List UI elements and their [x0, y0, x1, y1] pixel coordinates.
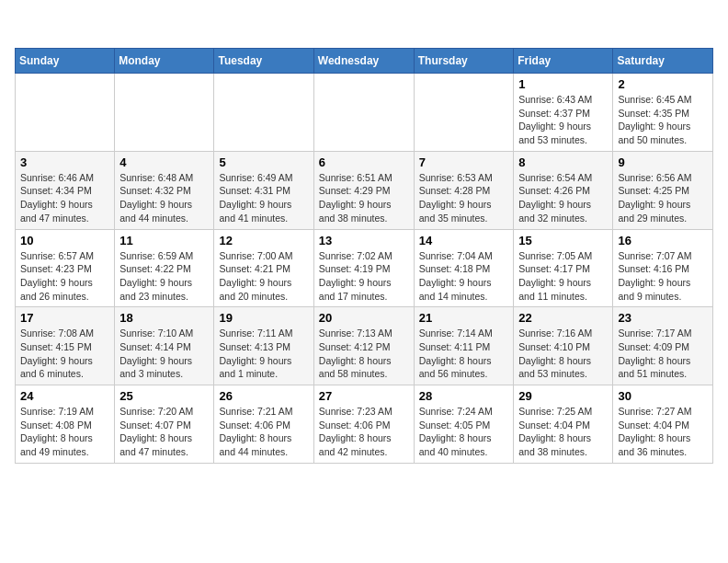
day-info: Sunrise: 6:59 AM Sunset: 4:22 PM Dayligh… [119, 249, 209, 304]
day-number: 3 [20, 155, 109, 169]
calendar-week-row: 17Sunrise: 7:08 AM Sunset: 4:15 PM Dayli… [16, 307, 713, 385]
calendar-cell: 5Sunrise: 6:49 AM Sunset: 4:31 PM Daylig… [214, 151, 313, 229]
calendar-cell: 26Sunrise: 7:21 AM Sunset: 4:06 PM Dayli… [214, 385, 313, 464]
calendar-cell: 28Sunrise: 7:24 AM Sunset: 4:05 PM Dayli… [414, 385, 514, 464]
calendar-cell: 7Sunrise: 6:53 AM Sunset: 4:28 PM Daylig… [414, 151, 514, 229]
logo-icon [15, 15, 40, 40]
day-info: Sunrise: 7:17 AM Sunset: 4:09 PM Dayligh… [618, 327, 708, 381]
calendar-cell: 20Sunrise: 7:13 AM Sunset: 4:12 PM Dayli… [313, 307, 414, 385]
calendar-cell [115, 74, 214, 152]
day-info: Sunrise: 7:04 AM Sunset: 4:18 PM Dayligh… [419, 249, 509, 304]
day-number: 12 [219, 234, 308, 247]
calendar-cell: 18Sunrise: 7:10 AM Sunset: 4:14 PM Dayli… [115, 307, 214, 385]
day-number: 4 [119, 155, 209, 169]
weekday-header: Tuesday [214, 49, 313, 74]
day-number: 13 [319, 234, 409, 247]
day-number: 28 [419, 389, 509, 403]
day-number: 20 [319, 311, 409, 325]
calendar-cell: 13Sunrise: 7:02 AM Sunset: 4:19 PM Dayli… [313, 229, 414, 307]
day-number: 25 [119, 389, 209, 403]
day-number: 17 [20, 311, 109, 325]
day-number: 22 [518, 311, 608, 325]
day-number: 18 [119, 311, 209, 325]
day-number: 26 [219, 389, 308, 403]
day-info: Sunrise: 7:13 AM Sunset: 4:12 PM Dayligh… [319, 327, 409, 381]
calendar-cell: 3Sunrise: 6:46 AM Sunset: 4:34 PM Daylig… [16, 151, 115, 229]
day-info: Sunrise: 7:25 AM Sunset: 4:04 PM Dayligh… [518, 405, 608, 459]
day-number: 10 [20, 234, 109, 247]
weekday-header: Friday [514, 49, 613, 74]
calendar-cell [214, 74, 313, 152]
day-info: Sunrise: 6:48 AM Sunset: 4:32 PM Dayligh… [119, 171, 209, 225]
calendar-cell: 10Sunrise: 6:57 AM Sunset: 4:23 PM Dayli… [16, 229, 115, 307]
day-info: Sunrise: 6:49 AM Sunset: 4:31 PM Dayligh… [219, 171, 308, 225]
day-info: Sunrise: 7:20 AM Sunset: 4:07 PM Dayligh… [119, 405, 209, 459]
calendar-cell: 27Sunrise: 7:23 AM Sunset: 4:06 PM Dayli… [313, 385, 414, 464]
weekday-header: Saturday [613, 49, 713, 74]
day-info: Sunrise: 7:10 AM Sunset: 4:14 PM Dayligh… [119, 327, 209, 381]
calendar-week-row: 3Sunrise: 6:46 AM Sunset: 4:34 PM Daylig… [16, 151, 713, 229]
day-number: 6 [319, 155, 409, 169]
day-info: Sunrise: 7:27 AM Sunset: 4:04 PM Dayligh… [618, 405, 708, 459]
day-info: Sunrise: 6:43 AM Sunset: 4:37 PM Dayligh… [518, 93, 608, 147]
calendar-cell: 24Sunrise: 7:19 AM Sunset: 4:08 PM Dayli… [16, 385, 115, 464]
calendar-cell: 22Sunrise: 7:16 AM Sunset: 4:10 PM Dayli… [514, 307, 613, 385]
day-number: 1 [518, 77, 608, 91]
calendar-cell [16, 74, 115, 152]
day-number: 2 [618, 77, 708, 91]
day-info: Sunrise: 7:19 AM Sunset: 4:08 PM Dayligh… [20, 405, 109, 459]
calendar-cell: 23Sunrise: 7:17 AM Sunset: 4:09 PM Dayli… [613, 307, 713, 385]
day-number: 27 [319, 389, 409, 403]
day-number: 30 [618, 389, 708, 403]
calendar-cell [313, 74, 414, 152]
calendar-cell: 25Sunrise: 7:20 AM Sunset: 4:07 PM Dayli… [115, 385, 214, 464]
day-info: Sunrise: 7:24 AM Sunset: 4:05 PM Dayligh… [419, 405, 509, 459]
calendar-cell: 29Sunrise: 7:25 AM Sunset: 4:04 PM Dayli… [514, 385, 613, 464]
calendar-cell: 12Sunrise: 7:00 AM Sunset: 4:21 PM Dayli… [214, 229, 313, 307]
day-info: Sunrise: 7:21 AM Sunset: 4:06 PM Dayligh… [219, 405, 308, 459]
day-number: 19 [219, 311, 308, 325]
calendar-cell: 21Sunrise: 7:14 AM Sunset: 4:11 PM Dayli… [414, 307, 514, 385]
day-info: Sunrise: 6:53 AM Sunset: 4:28 PM Dayligh… [419, 171, 509, 225]
weekday-header-row: SundayMondayTuesdayWednesdayThursdayFrid… [16, 49, 713, 74]
day-info: Sunrise: 6:57 AM Sunset: 4:23 PM Dayligh… [20, 249, 109, 304]
day-number: 5 [219, 155, 308, 169]
day-info: Sunrise: 7:16 AM Sunset: 4:10 PM Dayligh… [518, 327, 608, 381]
weekday-header: Monday [115, 49, 214, 74]
calendar-cell: 8Sunrise: 6:54 AM Sunset: 4:26 PM Daylig… [514, 151, 613, 229]
day-number: 23 [618, 311, 708, 325]
day-info: Sunrise: 7:05 AM Sunset: 4:17 PM Dayligh… [518, 249, 608, 304]
calendar-cell: 2Sunrise: 6:45 AM Sunset: 4:35 PM Daylig… [613, 74, 713, 152]
day-number: 29 [518, 389, 608, 403]
calendar-week-row: 10Sunrise: 6:57 AM Sunset: 4:23 PM Dayli… [16, 229, 713, 307]
weekday-header: Wednesday [313, 49, 414, 74]
day-number: 15 [518, 234, 608, 247]
page-header [15, 15, 713, 40]
day-info: Sunrise: 6:56 AM Sunset: 4:25 PM Dayligh… [618, 171, 708, 225]
calendar-cell: 15Sunrise: 7:05 AM Sunset: 4:17 PM Dayli… [514, 229, 613, 307]
calendar-cell: 6Sunrise: 6:51 AM Sunset: 4:29 PM Daylig… [313, 151, 414, 229]
day-info: Sunrise: 7:02 AM Sunset: 4:19 PM Dayligh… [319, 249, 409, 304]
day-number: 21 [419, 311, 509, 325]
calendar-cell: 30Sunrise: 7:27 AM Sunset: 4:04 PM Dayli… [613, 385, 713, 464]
day-info: Sunrise: 6:46 AM Sunset: 4:34 PM Dayligh… [20, 171, 109, 225]
day-info: Sunrise: 7:11 AM Sunset: 4:13 PM Dayligh… [219, 327, 308, 381]
calendar-cell: 17Sunrise: 7:08 AM Sunset: 4:15 PM Dayli… [16, 307, 115, 385]
day-number: 14 [419, 234, 509, 247]
day-info: Sunrise: 6:54 AM Sunset: 4:26 PM Dayligh… [518, 171, 608, 225]
day-number: 7 [419, 155, 509, 169]
calendar-cell: 11Sunrise: 6:59 AM Sunset: 4:22 PM Dayli… [115, 229, 214, 307]
calendar-cell: 4Sunrise: 6:48 AM Sunset: 4:32 PM Daylig… [115, 151, 214, 229]
day-info: Sunrise: 6:45 AM Sunset: 4:35 PM Dayligh… [618, 93, 708, 147]
calendar-cell: 9Sunrise: 6:56 AM Sunset: 4:25 PM Daylig… [613, 151, 713, 229]
weekday-header: Thursday [414, 49, 514, 74]
day-number: 16 [618, 234, 708, 247]
calendar-week-row: 1Sunrise: 6:43 AM Sunset: 4:37 PM Daylig… [16, 74, 713, 152]
calendar-cell: 14Sunrise: 7:04 AM Sunset: 4:18 PM Dayli… [414, 229, 514, 307]
calendar-cell: 19Sunrise: 7:11 AM Sunset: 4:13 PM Dayli… [214, 307, 313, 385]
calendar-table: SundayMondayTuesdayWednesdayThursdayFrid… [15, 48, 713, 464]
calendar-cell [414, 74, 514, 152]
day-number: 9 [618, 155, 708, 169]
day-info: Sunrise: 7:08 AM Sunset: 4:15 PM Dayligh… [20, 327, 109, 381]
day-number: 11 [119, 234, 209, 247]
